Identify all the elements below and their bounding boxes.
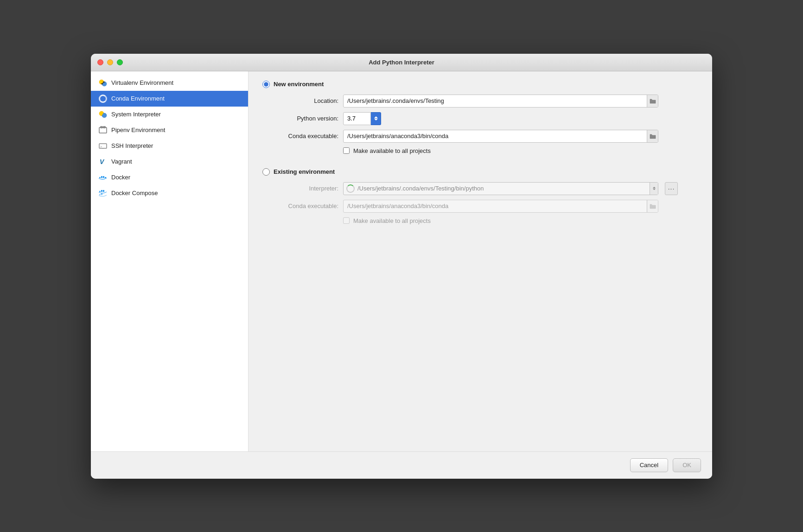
sidebar-item-docker-label: Docker bbox=[111, 174, 130, 181]
conda-icon bbox=[98, 94, 108, 103]
new-environment-label: New environment bbox=[274, 81, 324, 88]
pipenv-icon bbox=[98, 126, 108, 135]
svg-rect-20 bbox=[105, 177, 106, 178]
location-label: Location: bbox=[274, 97, 338, 104]
svg-rect-22 bbox=[101, 190, 102, 191]
location-folder-button[interactable] bbox=[647, 95, 658, 107]
new-env-make-available-checkbox[interactable] bbox=[343, 147, 350, 154]
docker-icon bbox=[98, 173, 108, 182]
close-button[interactable] bbox=[97, 59, 103, 65]
svg-rect-21 bbox=[99, 191, 101, 192]
existing-environment-radio-row: Existing environment bbox=[262, 168, 698, 176]
sidebar-item-vagrant[interactable]: V Vagrant bbox=[91, 154, 248, 170]
system-icon bbox=[98, 110, 108, 119]
docker-compose-icon bbox=[98, 189, 108, 198]
new-environment-radio-row: New environment bbox=[262, 81, 698, 88]
python-version-input[interactable] bbox=[343, 112, 371, 125]
location-input[interactable] bbox=[344, 95, 647, 107]
existing-env-make-available-checkbox bbox=[343, 217, 350, 224]
vagrant-icon: V bbox=[98, 157, 108, 166]
ssh-icon: >_ bbox=[98, 141, 108, 151]
ok-button[interactable]: OK bbox=[673, 458, 701, 472]
svg-rect-9 bbox=[99, 127, 107, 133]
svg-rect-15 bbox=[99, 177, 101, 178]
svg-rect-24 bbox=[103, 190, 104, 191]
sidebar-item-conda[interactable]: Conda Environment bbox=[91, 91, 248, 107]
svg-rect-18 bbox=[103, 176, 104, 177]
interpreter-label: Interpreter: bbox=[274, 185, 338, 192]
conda-executable-label: Conda executable: bbox=[274, 133, 338, 139]
existing-conda-executable-label: Conda executable: bbox=[274, 203, 338, 209]
sidebar-item-virtualenv[interactable]: Virtualenv Environment bbox=[91, 75, 248, 91]
svg-point-4 bbox=[103, 82, 106, 85]
spinner-up-arrow bbox=[374, 116, 378, 118]
sidebar-item-docker-compose[interactable]: Docker Compose bbox=[91, 185, 248, 201]
new-environment-form: Location: Python version: bbox=[274, 95, 698, 159]
sidebar-item-vagrant-label: Vagrant bbox=[111, 158, 132, 165]
virtualenv-icon bbox=[98, 78, 108, 88]
existing-environment-label: Existing environment bbox=[274, 168, 335, 175]
interpreter-row: Interpreter: /Users/jetbrains/.conda/env… bbox=[274, 182, 698, 195]
dialog-title: Add Python Interpreter bbox=[369, 59, 434, 66]
main-content: New environment Location: bbox=[249, 71, 712, 451]
svg-rect-16 bbox=[101, 176, 102, 177]
sidebar-item-virtualenv-label: Virtualenv Environment bbox=[111, 79, 173, 86]
python-version-row: Python version: bbox=[274, 112, 698, 125]
existing-conda-executable-row: Conda executable: bbox=[274, 200, 698, 213]
conda-executable-folder-button[interactable] bbox=[647, 130, 658, 142]
maximize-button[interactable] bbox=[117, 59, 123, 65]
location-row: Location: bbox=[274, 95, 698, 108]
sidebar-item-docker-compose-label: Docker Compose bbox=[111, 190, 158, 196]
conda-executable-row: Conda executable: bbox=[274, 130, 698, 143]
minimize-button[interactable] bbox=[107, 59, 113, 65]
existing-conda-executable-input-wrapper bbox=[343, 200, 658, 213]
sidebar-item-docker[interactable]: Docker bbox=[91, 170, 248, 185]
new-env-make-available-row: Make available to all projects bbox=[343, 147, 698, 154]
dialog-body: Virtualenv Environment Conda Environment bbox=[91, 71, 712, 451]
existing-environment-form: Interpreter: /Users/jetbrains/.conda/env… bbox=[274, 182, 698, 229]
traffic-lights bbox=[97, 59, 123, 65]
svg-rect-26 bbox=[99, 194, 101, 195]
sidebar: Virtualenv Environment Conda Environment bbox=[91, 71, 249, 451]
spinner-down-arrow bbox=[374, 119, 378, 120]
title-bar: Add Python Interpreter bbox=[91, 54, 712, 71]
sidebar-item-system-label: System Interpreter bbox=[111, 111, 161, 118]
python-version-label: Python version: bbox=[274, 115, 338, 122]
svg-point-8 bbox=[103, 114, 106, 117]
conda-executable-input[interactable] bbox=[344, 130, 647, 142]
sidebar-item-conda-label: Conda Environment bbox=[111, 95, 165, 102]
python-version-spinner[interactable] bbox=[371, 112, 381, 125]
existing-conda-executable-input bbox=[344, 200, 647, 212]
svg-text:>_: >_ bbox=[100, 145, 104, 149]
interpreter-value-text: /Users/jetbrains/.conda/envs/Testing/bin… bbox=[357, 185, 650, 192]
interpreter-loading-icon bbox=[346, 184, 355, 193]
sidebar-item-ssh[interactable]: >_ SSH Interpreter bbox=[91, 138, 248, 154]
existing-conda-executable-folder-button bbox=[647, 200, 658, 212]
svg-rect-23 bbox=[101, 191, 102, 192]
cancel-button[interactable]: Cancel bbox=[630, 458, 668, 472]
svg-rect-27 bbox=[101, 193, 102, 194]
new-env-make-available-label: Make available to all projects bbox=[353, 147, 431, 154]
python-version-wrapper bbox=[343, 112, 381, 125]
interpreter-input-wrapper: /Users/jetbrains/.conda/envs/Testing/bin… bbox=[343, 182, 658, 195]
svg-rect-17 bbox=[101, 177, 102, 178]
add-python-interpreter-dialog: Add Python Interpreter Virtualenv Enviro… bbox=[91, 54, 712, 479]
svg-rect-28 bbox=[101, 194, 102, 195]
location-input-wrapper bbox=[343, 95, 658, 108]
conda-executable-input-wrapper bbox=[343, 130, 658, 143]
sidebar-item-system[interactable]: System Interpreter bbox=[91, 107, 248, 122]
sidebar-item-pipenv[interactable]: Pipenv Environment bbox=[91, 122, 248, 138]
new-environment-radio[interactable] bbox=[262, 81, 270, 88]
existing-environment-radio[interactable] bbox=[262, 168, 270, 176]
interpreter-dots-button[interactable]: ··· bbox=[665, 182, 678, 195]
existing-env-make-available-label: Make available to all projects bbox=[353, 217, 431, 224]
existing-env-make-available-row: Make available to all projects bbox=[343, 217, 698, 224]
interpreter-arrows-button[interactable] bbox=[650, 183, 658, 195]
sidebar-item-ssh-label: SSH Interpreter bbox=[111, 142, 153, 149]
sidebar-item-pipenv-label: Pipenv Environment bbox=[111, 127, 165, 133]
svg-text:V: V bbox=[100, 158, 105, 165]
svg-rect-25 bbox=[103, 191, 104, 192]
svg-point-7 bbox=[100, 112, 103, 115]
bottom-bar: Cancel OK bbox=[91, 451, 712, 479]
svg-rect-19 bbox=[103, 177, 104, 178]
